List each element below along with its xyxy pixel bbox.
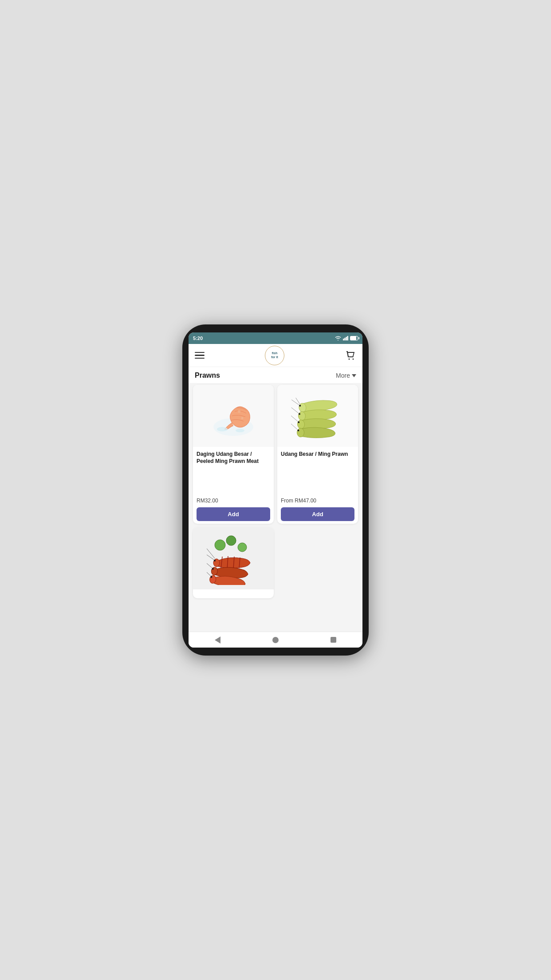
svg-rect-2 — [346, 337, 347, 340]
product-2-name: Udang Besar / Ming Prawn — [281, 450, 354, 494]
product-3-image — [193, 527, 274, 589]
peeled-prawn-illustration — [209, 391, 258, 440]
river-prawn-illustration — [207, 532, 260, 585]
section-header: Prawns More — [189, 367, 362, 383]
more-button[interactable]: More — [336, 372, 356, 379]
svg-point-5 — [353, 358, 354, 360]
cart-icon — [345, 350, 356, 361]
hamburger-menu-button[interactable] — [195, 352, 205, 359]
svg-point-28 — [226, 536, 236, 545]
svg-line-43 — [207, 568, 212, 576]
phone-screen: 5:20 — [189, 332, 362, 648]
svg-point-35 — [214, 560, 216, 561]
whole-prawn-illustration — [291, 391, 344, 440]
home-button[interactable] — [272, 637, 279, 643]
app-logo: fishfor it — [265, 346, 284, 365]
products-grid: Daging Udang Besar / Peeled Ming Prawn M… — [189, 383, 362, 632]
svg-line-40 — [207, 559, 213, 568]
product-2-price-value: RM47.00 — [295, 498, 316, 504]
svg-point-8 — [241, 417, 244, 419]
back-button[interactable] — [215, 636, 220, 644]
bottom-nav — [189, 632, 362, 648]
product-2-image — [277, 385, 358, 447]
chevron-down-icon — [352, 374, 356, 377]
svg-rect-3 — [347, 336, 349, 340]
app-header: fishfor it — [189, 344, 362, 367]
product-1-info: Daging Udang Besar / Peeled Ming Prawn M… — [193, 447, 274, 524]
svg-point-29 — [238, 543, 247, 552]
svg-line-23 — [291, 415, 298, 422]
status-icons — [335, 336, 358, 340]
svg-line-37 — [207, 549, 215, 558]
svg-point-24 — [297, 428, 304, 437]
product-card-2: Udang Besar / Ming Prawn From RM47.00 Ad… — [277, 385, 358, 524]
product-1-image — [193, 385, 274, 447]
recents-square-icon — [331, 637, 336, 643]
product-1-add-button[interactable]: Add — [197, 507, 270, 521]
status-bar: 5:20 — [189, 332, 362, 344]
signal-icon — [343, 336, 348, 340]
svg-point-7 — [238, 410, 240, 413]
empty-slot — [277, 527, 358, 627]
svg-line-14 — [296, 397, 300, 404]
wifi-icon — [335, 336, 341, 340]
svg-point-10 — [236, 429, 244, 432]
product-1-price: RM32.00 — [197, 498, 270, 504]
status-time: 5:20 — [193, 336, 203, 341]
section-title: Prawns — [195, 371, 220, 379]
logo-text: fishfor it — [271, 352, 278, 359]
product-card-3 — [193, 527, 274, 598]
product-2-price-prefix: From — [281, 498, 295, 504]
battery-icon — [350, 336, 358, 340]
svg-point-4 — [349, 358, 350, 360]
more-label: More — [336, 372, 350, 379]
phone-device: 5:20 — [182, 324, 369, 656]
svg-rect-0 — [343, 339, 344, 340]
svg-line-20 — [291, 407, 299, 414]
home-circle-icon — [272, 637, 279, 643]
svg-point-27 — [215, 540, 225, 550]
svg-point-9 — [217, 427, 228, 431]
product-1-name: Daging Udang Besar / Peeled Ming Prawn M… — [197, 450, 270, 494]
product-1-price-value: RM32.00 — [197, 498, 218, 504]
recents-button[interactable] — [331, 637, 336, 643]
cart-button[interactable] — [345, 350, 356, 361]
product-card-1: Daging Udang Besar / Peeled Ming Prawn M… — [193, 385, 274, 524]
svg-line-13 — [291, 399, 299, 406]
product-2-add-button[interactable]: Add — [281, 507, 354, 521]
svg-line-26 — [291, 423, 297, 430]
product-2-info: Udang Besar / Ming Prawn From RM47.00 Ad… — [277, 447, 358, 524]
svg-rect-1 — [344, 338, 346, 340]
product-2-price: From RM47.00 — [281, 498, 354, 504]
back-arrow-icon — [215, 636, 220, 644]
